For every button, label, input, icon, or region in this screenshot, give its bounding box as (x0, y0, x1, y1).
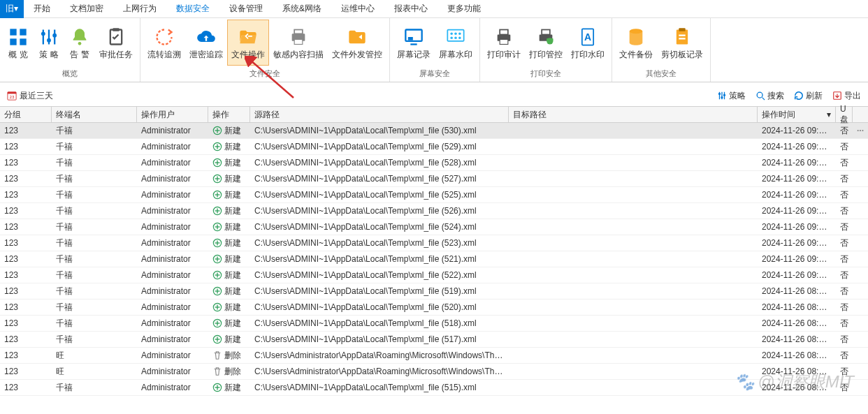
menu-bar: 旧▾ 开始文档加密上网行为数据安全设备管理系统&网络运维中心报表中心更多功能 (0, 0, 868, 18)
ribbon-label: 流转追溯 (147, 50, 181, 59)
ribbon-btn-审批任务[interactable]: 审批任务 (95, 20, 137, 66)
table-row[interactable]: 123旺Administrator删除C:\Users\Administrato… (0, 364, 868, 380)
svg-point-20 (450, 33, 453, 36)
cell-terminal: 千禧 (52, 235, 137, 251)
row-more-icon[interactable] (853, 273, 868, 277)
table-row[interactable]: 123千禧Administrator新建C:\Users\ADMINI~1\Ap… (0, 171, 868, 187)
row-more-icon[interactable] (853, 353, 868, 357)
ribbon-btn-告 警[interactable]: 告 警 (64, 20, 95, 66)
table-row[interactable]: 123千禧Administrator新建C:\Users\ADMINI~1\Ap… (0, 380, 868, 396)
ribbon-group-其他安全: 文件备份剪切板记录其他安全 (612, 18, 711, 82)
th-terminal[interactable]: 终端名 (52, 107, 137, 122)
row-more-icon[interactable] (853, 145, 868, 149)
sort-icon: ▾ (827, 110, 831, 119)
table-row[interactable]: 123千禧Administrator新建C:\Users\ADMINI~1\Ap… (0, 283, 868, 300)
action-搜索[interactable]: 搜索 (755, 90, 784, 102)
table-row[interactable]: 123千禧Administrator新建C:\Users\ADMINI~1\Ap… (0, 251, 868, 267)
row-more-icon[interactable] (853, 305, 868, 309)
cell-user: Administrator (137, 284, 208, 298)
menu-数据安全[interactable]: 数据安全 (166, 0, 219, 18)
table-row[interactable]: 123千禧Administrator新建C:\Users\ADMINI~1\Ap… (0, 187, 868, 203)
cell-time: 2024-11-26 08:50:06 (758, 284, 836, 298)
th-src[interactable]: 源路径 (250, 107, 509, 122)
row-more-icon[interactable] (853, 385, 868, 390)
th-usb[interactable]: U盘 (836, 107, 853, 122)
th-op[interactable]: 操作 (208, 107, 250, 122)
recent-filter-label[interactable]: 最近三天 (20, 90, 53, 102)
table-row[interactable]: 123千禧Administrator新建C:\Users\ADMINI~1\Ap… (0, 203, 868, 219)
cell-usb: 否 (836, 219, 853, 235)
ribbon-btn-流转追溯[interactable]: 流转追溯 (143, 20, 185, 66)
th-time[interactable]: 操作时间▾ (758, 107, 836, 122)
menu-更多功能[interactable]: 更多功能 (437, 0, 491, 18)
cell-src: C:\Users\ADMINI~1\AppData\Local\Temp\xml… (250, 124, 509, 138)
menu-开始[interactable]: 开始 (24, 0, 60, 18)
row-more-icon[interactable] (853, 289, 868, 293)
row-more-icon[interactable] (853, 209, 868, 213)
action-策略[interactable]: 策略 (717, 90, 746, 102)
menu-文档加密[interactable]: 文档加密 (60, 0, 113, 18)
menu-设备管理[interactable]: 设备管理 (219, 0, 273, 18)
action-导出[interactable]: 导出 (832, 90, 861, 102)
table-row[interactable]: 123千禧Administrator新建C:\Users\ADMINI~1\Ap… (0, 235, 868, 251)
table-row[interactable]: 123千禧Administrator新建C:\Users\ADMINI~1\Ap… (0, 123, 868, 139)
ribbon-btn-文件操作[interactable]: 文件操作 (227, 20, 269, 66)
ribbon-btn-概 览[interactable]: 概 览 (3, 20, 34, 66)
ribbon-btn-文件外发管控[interactable]: 文件外发管控 (328, 20, 386, 66)
menu-报表中心[interactable]: 报表中心 (384, 0, 437, 18)
ribbon-btn-敏感内容扫描[interactable]: 敏感内容扫描 (269, 20, 328, 66)
svg-point-21 (454, 33, 457, 36)
table-row[interactable]: 123千禧Administrator新建C:\Users\ADMINI~1\Ap… (0, 316, 868, 332)
menu-运维中心[interactable]: 运维中心 (331, 0, 384, 18)
th-group[interactable]: 分组 (0, 107, 52, 122)
ribbon-btn-打印管控[interactable]: 打印管控 (525, 20, 567, 66)
folder-share-icon (346, 26, 368, 48)
table-row[interactable]: 123千禧Administrator新建C:\Users\ADMINI~1\Ap… (0, 267, 868, 283)
menu-系统&网络[interactable]: 系统&网络 (273, 0, 331, 18)
ribbon-btn-泄密追踪[interactable]: 泄密追踪 (185, 20, 227, 66)
th-dst[interactable]: 目标路径 (509, 107, 758, 122)
row-more-icon[interactable] (853, 337, 868, 341)
row-more-icon[interactable] (853, 161, 868, 165)
menu-上网行为[interactable]: 上网行为 (113, 0, 166, 18)
action-刷新[interactable]: 刷新 (794, 90, 823, 102)
svg-point-48 (757, 92, 762, 98)
app-logo[interactable]: 旧▾ (0, 0, 24, 18)
table-row[interactable]: 123千禧Administrator新建C:\Users\ADMINI~1\Ap… (0, 332, 868, 348)
cell-terminal: 千禧 (52, 139, 137, 155)
ribbon-group-title: 屏幕安全 (390, 67, 479, 82)
cell-terminal: 千禧 (52, 219, 137, 235)
row-more-icon[interactable] (853, 257, 868, 261)
row-more-icon[interactable] (853, 225, 868, 229)
ribbon-btn-策 略[interactable]: 策 略 (34, 20, 64, 66)
table-row[interactable]: 123千禧Administrator新建C:\Users\ADMINI~1\Ap… (0, 139, 868, 155)
table-row[interactable]: 123千禧Administrator新建C:\Users\ADMINI~1\Ap… (0, 300, 868, 316)
row-more-icon[interactable] (853, 193, 868, 197)
table-row[interactable]: 123千禧Administrator新建C:\Users\ADMINI~1\Ap… (0, 219, 868, 235)
ribbon-btn-打印水印[interactable]: A打印水印 (567, 20, 609, 66)
ribbon-btn-文件备份[interactable]: 文件备份 (615, 20, 657, 66)
row-more-icon[interactable]: ··· (853, 124, 868, 138)
ribbon-btn-打印审计[interactable]: 打印审计 (483, 20, 525, 66)
ribbon-label: 文件外发管控 (332, 50, 382, 59)
svg-point-10 (78, 42, 82, 45)
delete-icon (212, 367, 222, 376)
table-header: 分组 终端名 操作用户 操作 源路径 目标路径 操作时间▾ U盘 (0, 106, 868, 123)
cell-usb: 否 (836, 139, 853, 155)
cell-group: 123 (0, 284, 52, 298)
ribbon: 概 览策 略告 警审批任务概览流转追溯泄密追踪文件操作敏感内容扫描文件外发管控文… (0, 18, 868, 82)
row-more-icon[interactable] (853, 177, 868, 181)
table-row[interactable]: 123旺Administrator删除C:\Users\Administrato… (0, 348, 868, 364)
row-more-icon[interactable] (853, 241, 868, 245)
ribbon-btn-剪切板记录[interactable]: 剪切板记录 (657, 20, 707, 66)
ribbon-btn-屏幕水印[interactable]: 屏幕水印 (435, 20, 477, 66)
cell-op: 新建 (208, 155, 250, 171)
table-row[interactable]: 123千禧Administrator新建C:\Users\ADMINI~1\Ap… (0, 155, 868, 171)
row-more-icon[interactable] (853, 369, 868, 374)
th-user[interactable]: 操作用户 (137, 107, 208, 122)
svg-rect-12 (113, 28, 119, 31)
cell-time: 2024-11-26 09:39:58 (758, 172, 836, 186)
cell-user: Administrator (137, 332, 208, 346)
row-more-icon[interactable] (853, 321, 868, 325)
ribbon-btn-屏幕记录[interactable]: 屏幕记录 (393, 20, 435, 66)
